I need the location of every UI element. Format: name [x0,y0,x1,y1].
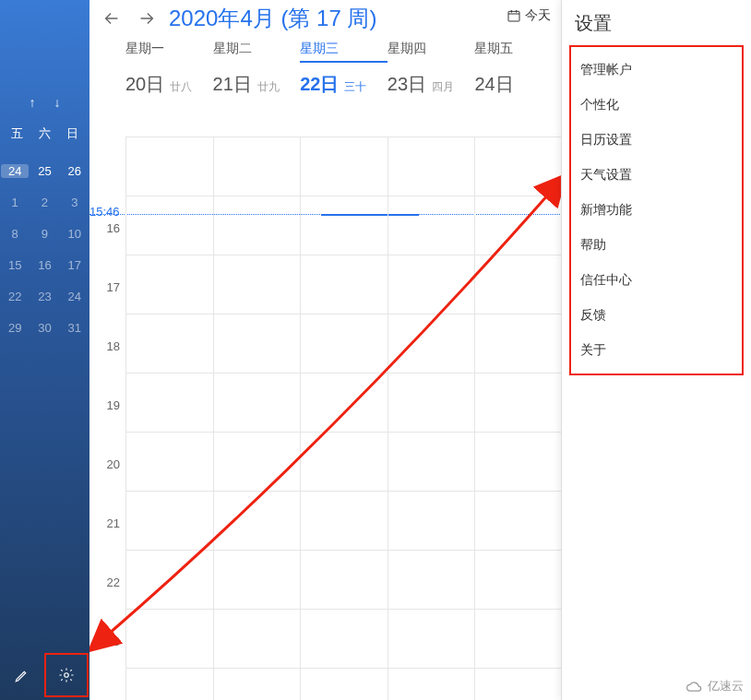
hour-label: 21 [89,516,125,575]
hour-label: 16 [89,221,125,280]
settings-item-about[interactable]: 关于 [571,333,742,368]
grid-columns [125,136,562,700]
day-cell[interactable]: 22日 三十 [300,72,387,97]
hour-label: 20 [89,457,125,516]
settings-item-calendar[interactable]: 日历设置 [571,123,742,158]
sidebar: ↑ ↓ 五 六 日 24 25 26 1 2 3 8 9 10 15 16 17… [0,0,89,700]
svg-point-0 [65,672,69,677]
calendar-grid[interactable]: 15:46 16 17 18 19 20 21 22 23 [89,136,562,700]
prev-week-button[interactable] [99,6,125,31]
hour-label: 22 [89,575,125,635]
settings-panel: 设置 管理帐户 个性化 日历设置 天气设置 新增功能 帮助 信任中心 反馈 关于 [561,0,751,700]
mini-cal-day[interactable]: 17 [61,258,89,272]
day-cell[interactable]: 23日 四月 [387,72,475,97]
mini-cal-day[interactable]: 26 [61,164,89,178]
mini-cal-day[interactable]: 1 [1,196,29,209]
mini-cal-wd: 六 [39,125,51,142]
watermark: 亿速云 [685,678,744,694]
settings-item-help[interactable]: 帮助 [571,228,742,263]
mini-cal-day[interactable]: 22 [1,290,29,303]
day-cell[interactable]: 20日 廿八 [125,72,213,97]
next-week-button[interactable] [134,6,160,31]
page-title: 2020年4月 (第 17 周) [169,4,376,33]
weekday[interactable]: 星期三 [300,41,387,63]
mini-cal-day[interactable]: 9 [30,227,58,241]
mini-cal-header: 五 六 日 [0,125,89,142]
mini-cal-day[interactable]: 15 [1,258,29,272]
today-button[interactable]: 今天 [507,7,551,24]
settings-item-manage-account[interactable]: 管理帐户 [571,53,742,88]
day-number: 21日 [213,72,252,97]
settings-button[interactable] [44,653,89,697]
settings-item-trust-center[interactable]: 信任中心 [571,263,742,298]
mini-cal-wd: 五 [11,125,23,142]
mini-cal-nav: ↑ ↓ [0,95,89,110]
mini-cal-day[interactable]: 30 [30,321,58,335]
mini-cal-day[interactable]: 8 [1,227,29,241]
hour-labels: 16 17 18 19 20 21 22 23 [89,229,125,700]
day-number-row: 20日 廿八 21日 廿九 22日 三十 23日 四月 24日 [125,72,562,97]
day-lunar: 三十 [344,79,366,95]
hour-label: 17 [89,280,125,339]
hour-label: 18 [89,339,125,398]
mini-cal-day[interactable]: 10 [61,227,89,241]
mini-cal-wd: 日 [66,125,78,142]
calendar-header: 2020年4月 (第 17 周) 今天 [89,0,562,37]
mini-cal-day[interactable]: 29 [1,321,29,335]
mini-cal-day[interactable]: 2 [30,196,58,209]
mini-cal-day[interactable]: 25 [30,164,58,178]
mini-cal-prev-icon[interactable]: ↑ [30,95,36,110]
settings-item-whats-new[interactable]: 新增功能 [571,193,742,228]
hour-label: 19 [89,398,125,457]
today-label: 今天 [525,7,551,24]
hour-label: 23 [89,635,125,694]
mini-cal-day[interactable]: 3 [61,196,89,209]
day-number: 23日 [387,72,426,97]
weekday-row: 星期一 星期二 星期三 星期四 星期五 [125,41,562,63]
day-number: 24日 [474,72,513,97]
mini-cal-day[interactable]: 16 [30,258,58,272]
mini-cal-grid: 24 25 26 1 2 3 8 9 10 15 16 17 22 23 24 … [0,155,89,343]
day-lunar: 廿八 [170,79,192,95]
settings-title: 设置 [562,0,751,42]
sidebar-bottom [0,649,89,700]
mini-cal-next-icon[interactable]: ↓ [54,95,61,110]
weekday[interactable]: 星期一 [125,41,213,63]
mini-cal-day[interactable]: 24 [61,290,89,303]
mini-cal-day[interactable]: 24 [1,164,29,178]
settings-list: 管理帐户 个性化 日历设置 天气设置 新增功能 帮助 信任中心 反馈 关于 [569,45,744,375]
weekday[interactable]: 星期二 [213,41,301,63]
day-lunar: 四月 [432,79,454,95]
settings-item-weather[interactable]: 天气设置 [571,158,742,193]
day-cell[interactable]: 21日 廿九 [213,72,301,97]
settings-item-personalize[interactable]: 个性化 [571,88,742,123]
weekday[interactable]: 星期四 [387,41,475,63]
current-time-label: 15:46 [89,205,124,219]
day-number: 20日 [125,72,164,97]
edit-icon[interactable] [0,653,44,697]
mini-cal-day[interactable]: 31 [61,321,89,335]
day-number: 22日 [300,72,339,97]
mini-cal-day[interactable]: 23 [30,290,58,303]
settings-item-feedback[interactable]: 反馈 [571,298,742,333]
cloud-icon [685,680,704,693]
svg-rect-1 [508,11,519,21]
calendar-icon [507,8,521,23]
weekday[interactable]: 星期五 [474,41,562,63]
day-lunar: 廿九 [257,79,280,95]
day-cell[interactable]: 24日 [474,72,562,97]
